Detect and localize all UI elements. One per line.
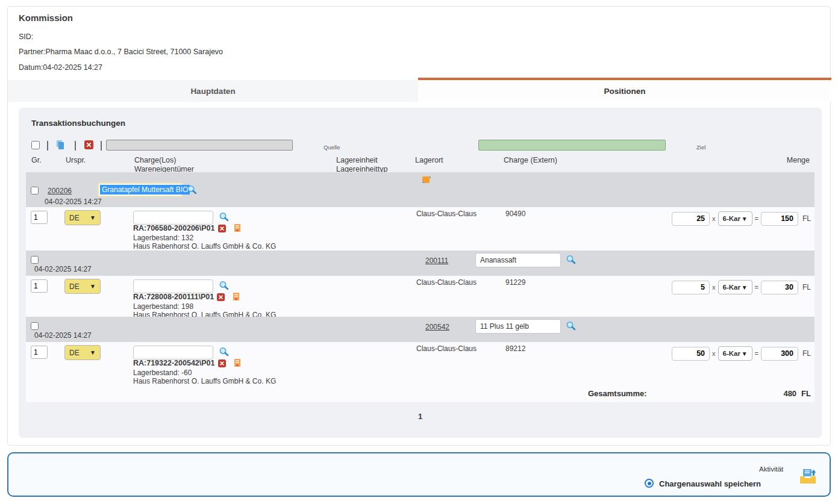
magnifier-icon[interactable]	[219, 281, 229, 290]
lagerbestand-label: Lagerbestand: 132	[133, 234, 193, 242]
uom-label: FL	[802, 214, 811, 223]
ra-batch-label: RA:719322-200542\P01	[133, 359, 215, 367]
ra-batch-label: RA:728008-200111\P01	[133, 293, 214, 301]
uom-label: FL	[802, 283, 811, 291]
result-input[interactable]	[761, 347, 798, 361]
menge-input[interactable]	[672, 347, 710, 361]
chargenauswahl-radio-label: Chargenauswahl speichern	[659, 479, 761, 488]
total-row: Gesamtsumme: 480 FL	[26, 384, 815, 402]
charge-input[interactable]	[133, 346, 213, 359]
transactions-panel: Transaktionsbuchungen Quelle Ziel Gr. Ur…	[19, 108, 822, 438]
origin-select[interactable]: DE▼	[64, 345, 101, 360]
unit-value: 6-Kar	[723, 215, 740, 222]
group-qty-input[interactable]	[31, 346, 48, 359]
unit-select[interactable]: 6-Kar▼	[718, 211, 752, 226]
origin-value: DE	[69, 282, 80, 291]
toolbar-separator	[101, 141, 102, 151]
times-operator: x	[712, 215, 716, 222]
group-datetime: 04-02-2025 14:27	[34, 265, 92, 273]
unit-value: 6-Kar	[723, 350, 740, 357]
unit-select[interactable]: 6-Kar▼	[718, 280, 752, 294]
main-card: Kommission SID: Partner:Pharma Maac d.o.…	[7, 6, 831, 446]
notes-icon[interactable]	[234, 359, 241, 367]
col-charge-extern: Charge (Extern)	[504, 156, 557, 164]
toolbar-separator	[47, 141, 48, 151]
col-lagereinheit: Lagereinheit	[336, 156, 378, 164]
unit-select[interactable]: 6-Kar▼	[718, 346, 752, 361]
col-gr: Gr.	[31, 156, 42, 164]
origin-select[interactable]: DE▼	[64, 279, 101, 294]
row-checkbox[interactable]	[31, 187, 39, 194]
copy-icon[interactable]	[55, 140, 65, 150]
article-selected-text: Granatapfel Muttersaft BIO	[100, 185, 190, 194]
article-text: 11 Plus 11 gelb	[480, 322, 529, 331]
tab-hauptdaten[interactable]: Hauptdaten	[8, 80, 418, 102]
group-row: 04-02-2025 14:27 200111 Ananassaft	[26, 250, 815, 276]
tab-positionen[interactable]: Positionen	[418, 78, 831, 102]
panel-title: Transaktionsbuchungen	[31, 119, 125, 128]
outbox-tray-icon[interactable]	[799, 468, 817, 485]
partner-line: Partner:Pharma Maac d.o.o., 7 Bacici Str…	[19, 48, 223, 56]
lagerort-value: Claus-Claus-Claus	[416, 344, 477, 353]
origin-select[interactable]: DE▼	[64, 210, 101, 225]
article-input[interactable]: Ananassaft	[475, 253, 561, 267]
target-input[interactable]	[478, 140, 666, 151]
datum-line: Datum:04-02-2025 14:27	[19, 63, 102, 72]
magnifier-icon[interactable]	[187, 185, 197, 194]
group-datetime: 04-02-2025 14:27	[34, 331, 92, 340]
article-input[interactable]: 11 Plus 11 gelb	[475, 319, 561, 334]
chevron-down-icon: ▼	[90, 283, 96, 290]
equals-operator: =	[755, 215, 758, 222]
remove-batch-icon[interactable]	[218, 225, 226, 232]
data-row: DE▼ RA:706580-200206\P01 Lagerbestand: 1…	[26, 207, 815, 250]
pager-page-1[interactable]: 1	[26, 412, 815, 421]
magnifier-icon[interactable]	[219, 212, 229, 222]
toolbar-separator	[75, 141, 76, 151]
position-link[interactable]: 200206	[48, 187, 72, 195]
row-checkbox[interactable]	[31, 322, 39, 330]
article-input[interactable]: Granatapfel Muttersaft BIO	[98, 182, 183, 197]
remove-batch-icon[interactable]	[218, 359, 226, 367]
group-qty-input[interactable]	[31, 211, 48, 224]
source-input[interactable]	[106, 140, 293, 151]
origin-value: DE	[69, 214, 80, 222]
charge-input[interactable]	[133, 279, 213, 293]
notes-icon[interactable]	[234, 224, 241, 232]
magnifier-icon[interactable]	[566, 321, 576, 331]
notes-icon[interactable]	[233, 293, 240, 301]
chevron-down-icon: ▼	[742, 216, 748, 222]
lagerort-value: Claus-Claus-Claus	[416, 278, 477, 287]
magnifier-icon[interactable]	[566, 255, 576, 264]
total-uom: FL	[801, 389, 811, 398]
sid-line: SID:	[19, 33, 33, 41]
col-urspr: Urspr.	[66, 156, 86, 164]
charge-input[interactable]	[133, 211, 213, 225]
equals-operator: =	[755, 350, 758, 357]
row-checkbox[interactable]	[31, 256, 39, 264]
owner-label: Haus Rabenhorst O. Lauffs GmbH & Co. KG	[133, 242, 276, 250]
position-link[interactable]: 200111	[425, 257, 448, 265]
times-operator: x	[712, 284, 716, 291]
result-input[interactable]	[761, 281, 798, 294]
delete-icon[interactable]	[84, 140, 93, 149]
charge-extern-value: 89212	[505, 344, 525, 353]
equals-operator: =	[755, 284, 758, 291]
lagerbestand-label: Lagerbestand: -60	[133, 369, 192, 377]
chargenauswahl-radio[interactable]	[645, 479, 654, 488]
data-row: DE▼ RA:719322-200542\P01 Lagerbestand: -…	[26, 342, 815, 384]
uom-label: FL	[802, 349, 811, 358]
select-all-checkbox[interactable]	[31, 141, 40, 149]
result-input[interactable]	[761, 212, 798, 226]
group-qty-input[interactable]	[31, 279, 48, 293]
menge-input[interactable]	[672, 212, 710, 226]
lagerort-value: Claus-Claus-Claus	[416, 210, 477, 218]
remove-batch-icon[interactable]	[217, 293, 225, 301]
magnifier-icon[interactable]	[219, 347, 229, 356]
position-link[interactable]: 200542	[425, 323, 449, 331]
page-title: Kommission	[19, 13, 73, 23]
total-label: Gesamtsumme:	[588, 389, 647, 398]
chevron-down-icon: ▼	[90, 349, 96, 356]
chevron-down-icon: ▼	[742, 350, 748, 357]
menge-input[interactable]	[672, 281, 710, 294]
chevron-down-icon: ▼	[90, 214, 96, 221]
